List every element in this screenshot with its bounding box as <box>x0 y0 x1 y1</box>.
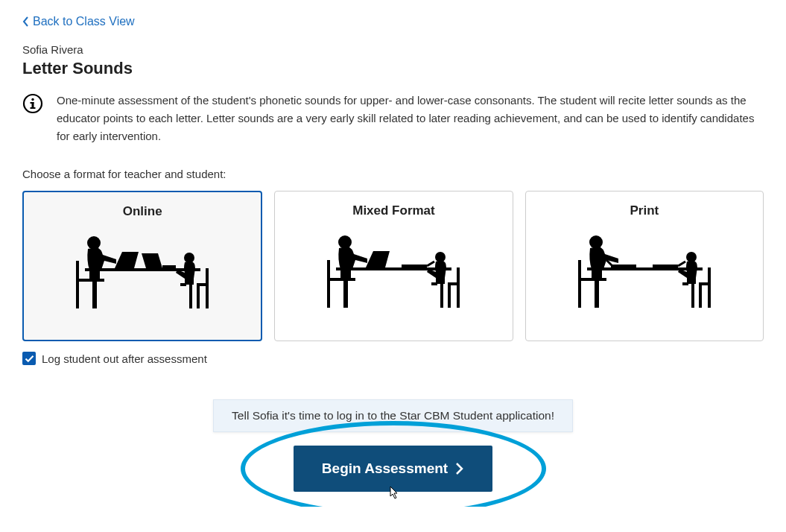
format-card-print[interactable]: Print <box>525 191 764 341</box>
svg-rect-3 <box>31 102 34 104</box>
svg-rect-45 <box>578 260 581 281</box>
svg-rect-22 <box>336 267 451 270</box>
logout-checkbox[interactable] <box>22 352 36 365</box>
svg-point-12 <box>87 236 101 250</box>
chevron-left-icon <box>22 16 30 28</box>
svg-rect-21 <box>197 283 209 286</box>
choose-format-label: Choose a format for teacher and student: <box>22 168 764 180</box>
svg-rect-40 <box>587 267 703 270</box>
format-card-title: Print <box>630 203 659 218</box>
svg-rect-38 <box>457 267 460 308</box>
svg-rect-19 <box>197 283 200 308</box>
svg-rect-10 <box>76 261 79 282</box>
svg-rect-13 <box>89 270 100 280</box>
begin-assessment-button[interactable]: Begin Assessment <box>294 446 492 492</box>
svg-rect-39 <box>448 282 460 285</box>
begin-wrapper: Begin Assessment <box>294 446 492 492</box>
mixed-illustration <box>323 230 464 312</box>
svg-rect-58 <box>708 267 711 308</box>
begin-button-label: Begin Assessment <box>322 460 448 477</box>
tooltip: Tell Sofia it's time to log in to the St… <box>213 399 573 432</box>
svg-rect-49 <box>599 278 606 281</box>
svg-rect-44 <box>596 278 599 308</box>
svg-rect-14 <box>97 279 104 282</box>
svg-rect-4 <box>31 107 36 109</box>
svg-rect-5 <box>85 268 200 271</box>
format-grid: Online <box>22 191 764 341</box>
svg-rect-37 <box>448 282 451 308</box>
format-card-mixed[interactable]: Mixed Format <box>274 191 513 341</box>
logout-checkbox-label: Log student out after assessment <box>42 352 207 365</box>
print-illustration <box>574 230 715 312</box>
svg-rect-59 <box>699 282 711 285</box>
svg-rect-50 <box>611 265 636 267</box>
action-area: Tell Sofia it's time to log in to the St… <box>22 399 764 492</box>
info-text: One-minute assessment of the student's p… <box>57 92 764 145</box>
page-title: Letter Sounds <box>22 59 764 78</box>
svg-rect-25 <box>327 278 330 308</box>
back-link[interactable]: Back to Class View <box>22 15 135 28</box>
svg-rect-15 <box>162 265 176 268</box>
svg-rect-30 <box>340 269 351 279</box>
svg-rect-26 <box>345 278 348 308</box>
svg-rect-31 <box>348 278 355 281</box>
check-icon <box>25 355 34 363</box>
svg-rect-27 <box>327 260 330 281</box>
svg-rect-20 <box>206 268 209 308</box>
svg-rect-56 <box>682 282 688 285</box>
format-card-title: Online <box>123 204 162 219</box>
chevron-right-icon <box>455 462 464 475</box>
svg-line-33 <box>427 262 434 266</box>
info-row: One-minute assessment of the student's p… <box>22 92 764 145</box>
back-link-label: Back to Class View <box>33 15 135 28</box>
svg-rect-57 <box>699 282 702 308</box>
svg-rect-18 <box>180 283 186 286</box>
online-illustration <box>72 231 213 313</box>
svg-rect-52 <box>653 265 678 267</box>
info-icon <box>22 93 43 114</box>
student-name: Sofia Rivera <box>22 43 764 56</box>
svg-rect-8 <box>76 279 79 308</box>
svg-rect-9 <box>94 279 97 308</box>
svg-point-29 <box>338 235 352 249</box>
format-card-title: Mixed Format <box>352 203 435 218</box>
svg-line-53 <box>678 262 685 266</box>
svg-rect-43 <box>578 278 581 308</box>
svg-point-1 <box>31 98 34 101</box>
svg-rect-36 <box>431 282 437 285</box>
svg-point-47 <box>589 235 603 249</box>
logout-checkbox-row: Log student out after assessment <box>22 352 764 365</box>
format-card-online[interactable]: Online <box>22 191 262 341</box>
svg-rect-48 <box>592 269 602 279</box>
svg-rect-32 <box>402 265 427 267</box>
